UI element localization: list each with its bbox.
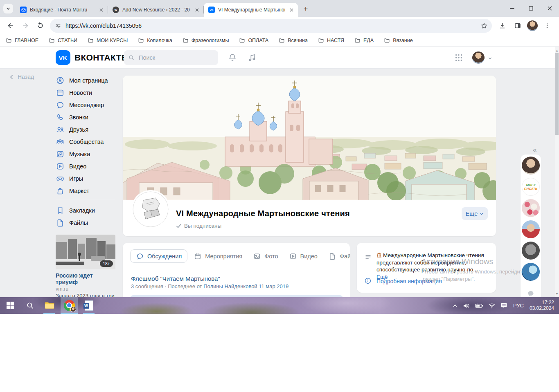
apps-grid-icon[interactable] [454, 53, 463, 62]
tab-events[interactable]: Мероприятия [194, 252, 242, 260]
tab-files[interactable]: Файлы [328, 252, 350, 260]
start-button[interactable] [3, 298, 17, 313]
community-cover-image[interactable] [123, 76, 496, 200]
taskbar-clock[interactable]: 17:22 03.02.2024 [530, 300, 554, 311]
tab-discussions[interactable]: Обсуждения [130, 249, 187, 263]
friend-avatar-mogu-pisat[interactable]: МОГУПИСАТЬ [522, 178, 540, 196]
scrollbar-thumb[interactable] [555, 53, 559, 135]
maximize-button[interactable] [521, 0, 540, 17]
notifications-bell-icon[interactable] [228, 53, 237, 63]
browser-tab-wordpress[interactable]: W Add New Resource ‹ 2022 - 2023 [108, 3, 203, 17]
sidebar-item-my-page[interactable]: Моя страница [56, 74, 118, 87]
bookmark-folder[interactable]: Копилочка [138, 37, 172, 43]
scroll-up-icon[interactable]: ▲ [555, 47, 559, 53]
sidebar-item-bookmarks[interactable]: Закладки [56, 204, 118, 217]
tab-close-icon[interactable] [288, 7, 295, 13]
collapse-rail-icon[interactable]: « [532, 145, 537, 155]
vk-search-box[interactable] [124, 50, 218, 65]
battery-icon[interactable] [475, 303, 483, 309]
back-icon[interactable] [4, 19, 17, 32]
forward-icon[interactable] [19, 19, 32, 32]
action-center-icon[interactable] [500, 302, 507, 309]
bookmarks-bar: ГЛАВНОЕ СТАТЬИ МОИ КУРСЫ Копилочка Фразе… [0, 34, 559, 47]
bookmark-folder[interactable]: СТАТЬИ [49, 37, 77, 43]
ad-title[interactable]: Россию ждет триумф [56, 272, 115, 285]
minimize-button[interactable] [503, 0, 521, 17]
messages-bubble-icon[interactable] [527, 289, 535, 297]
side-panel-icon[interactable] [512, 20, 524, 32]
friend-avatar[interactable] [522, 199, 540, 217]
taskbar-chrome-icon[interactable] [62, 298, 77, 313]
file-explorer-icon[interactable] [43, 298, 56, 313]
address-bar[interactable]: https://vk.com/club174135056 [50, 19, 492, 33]
detailed-info-link[interactable]: Подробная информация [376, 278, 442, 284]
friend-avatar[interactable] [522, 263, 540, 281]
sidebar-item-games[interactable]: Игры [56, 172, 118, 185]
community-avatar[interactable] [133, 191, 169, 227]
bookmark-label: ГЛАВНОЕ [15, 38, 38, 43]
bookmark-star-icon[interactable] [480, 22, 488, 29]
tab-close-icon[interactable] [194, 7, 200, 13]
sidebar-item-files[interactable]: Файлы [56, 217, 118, 229]
tab-photos[interactable]: Фото [253, 252, 278, 260]
bookmark-folder[interactable]: Всячина [279, 37, 308, 43]
tab-videos[interactable]: Видео [289, 252, 318, 260]
bookmark-folder[interactable]: НАСТЯ [318, 37, 344, 43]
bookmark-folder[interactable]: МОИ КУРСЫ [88, 37, 128, 43]
sidebar-item-friends[interactable]: Друзья [56, 123, 118, 136]
discussion-topic-title[interactable]: Флешмоб "Читаем Мартынова" [131, 275, 220, 282]
community-more-button[interactable]: Ещё [462, 207, 488, 220]
bookmark-folder[interactable]: Вязание [384, 37, 413, 43]
vk-profile-avatar[interactable] [472, 52, 485, 64]
friend-avatar[interactable] [522, 157, 540, 175]
tab-close-icon[interactable] [98, 7, 104, 13]
ad-image[interactable]: 18+ [56, 235, 115, 269]
sidebar-item-music[interactable]: Музыка [56, 148, 118, 160]
friend-avatar[interactable] [522, 242, 540, 260]
bookmark-folder[interactable]: ЕДА [354, 37, 374, 43]
site-settings-icon[interactable] [55, 22, 61, 29]
taskbar-search-icon[interactable] [23, 298, 37, 313]
taskbar-word-icon[interactable]: W [82, 298, 96, 313]
topic-last-author-link[interactable]: Полины Найденковой 11 мар 2019 [203, 283, 289, 289]
new-tab-button[interactable]: + [300, 4, 311, 14]
file-icon [56, 218, 65, 227]
vk-wordmark[interactable]: ВКОНТАКТЕ [74, 53, 127, 63]
browser-profile-avatar[interactable] [527, 20, 538, 31]
bookmark-folder[interactable]: ОПЛАТА [239, 37, 268, 43]
language-indicator[interactable]: РУС [513, 302, 524, 309]
profile-chevron-icon[interactable] [488, 56, 492, 60]
bookmark-folder[interactable]: Фразеологизмы [183, 37, 229, 43]
vk-logo-icon[interactable]: VK [56, 50, 70, 65]
sidebar-item-communities[interactable]: Сообщества [56, 136, 118, 148]
browser-menu-icon[interactable] [541, 20, 553, 32]
friends-icon [56, 125, 65, 134]
sidebar-item-market[interactable]: Маркет [56, 185, 118, 197]
sidebar-separator [56, 200, 115, 200]
sidebar-item-messenger[interactable]: Мессенджер [56, 99, 118, 111]
scrollbar[interactable]: ▲ ▼ [555, 47, 559, 297]
check-icon [176, 223, 181, 228]
back-link[interactable]: Назад [9, 74, 34, 80]
ad-block[interactable]: 18+ Россию ждет триумф vm.ru Запад в 202… [56, 235, 115, 297]
scroll-down-icon[interactable]: ▼ [555, 291, 559, 296]
music-icon[interactable] [247, 53, 257, 63]
sidebar-item-calls[interactable]: Звонки [56, 111, 118, 123]
browser-tab-mail[interactable]: Входящие - Почта Mail.ru [16, 3, 108, 17]
browser-tab-vk-active[interactable]: VK VI Международные Мартыновские чтения [204, 3, 298, 17]
close-button[interactable] [540, 0, 559, 17]
sidebar-item-news[interactable]: Новости [56, 87, 118, 99]
volume-icon[interactable] [463, 302, 470, 309]
search-input[interactable] [138, 54, 203, 61]
search-icon [128, 54, 135, 61]
friend-avatar[interactable] [522, 220, 540, 238]
url-text[interactable]: https://vk.com/club174135056 [65, 22, 480, 29]
bookmark-folder[interactable]: ГЛАВНОЕ [6, 37, 38, 43]
wifi-icon[interactable] [488, 303, 496, 309]
messenger-icon [56, 101, 65, 110]
reload-icon[interactable] [34, 19, 47, 32]
download-icon[interactable] [496, 20, 508, 32]
hidden-icons-chevron-icon[interactable] [452, 303, 458, 309]
tab-list-chevron-icon[interactable] [3, 4, 13, 13]
sidebar-item-video[interactable]: Видео [56, 160, 118, 172]
